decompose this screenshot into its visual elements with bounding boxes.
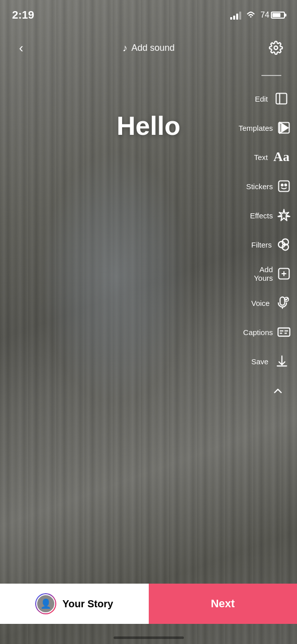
status-bar: 2:19 74 bbox=[0, 0, 297, 30]
collapse-button[interactable] bbox=[267, 380, 289, 402]
edit-icon bbox=[272, 89, 291, 108]
battery-indicator: 74 bbox=[260, 11, 285, 20]
status-time: 2:19 bbox=[12, 9, 34, 22]
tool-text[interactable]: Text Aa bbox=[249, 142, 293, 172]
tool-add-yours-label: Add Yours bbox=[251, 265, 273, 282]
right-toolbar: Edit Templates Text Aa Stickers bbox=[249, 73, 297, 402]
tool-filters-label: Filters bbox=[251, 240, 272, 249]
stickers-icon bbox=[277, 177, 291, 196]
svg-marker-5 bbox=[281, 125, 287, 131]
svg-rect-6 bbox=[279, 181, 289, 192]
svg-point-7 bbox=[281, 184, 283, 186]
signal-icon bbox=[230, 11, 241, 20]
next-button[interactable]: Next bbox=[149, 584, 298, 624]
text-icon: Aa bbox=[272, 147, 291, 167]
add-sound-label: Add sound bbox=[131, 43, 174, 53]
add-yours-icon bbox=[277, 264, 291, 283]
filters-icon bbox=[276, 235, 291, 254]
svg-rect-17 bbox=[278, 328, 289, 336]
tool-templates-label: Templates bbox=[239, 124, 273, 132]
tool-text-label: Text bbox=[254, 153, 268, 162]
svg-rect-1 bbox=[276, 94, 287, 104]
captions-icon bbox=[277, 323, 291, 342]
back-icon: ‹ bbox=[19, 40, 24, 56]
tool-save[interactable]: Save bbox=[249, 347, 293, 376]
music-note-icon: ♪ bbox=[122, 42, 127, 54]
tool-edit[interactable]: Edit bbox=[249, 84, 293, 113]
settings-button[interactable] bbox=[265, 37, 287, 59]
battery-icon bbox=[271, 12, 285, 19]
tool-templates[interactable]: Templates bbox=[249, 113, 293, 142]
bottom-bar: 👤 Your Story Next bbox=[0, 584, 297, 624]
save-icon bbox=[272, 352, 291, 371]
effects-icon bbox=[277, 206, 291, 225]
next-label: Next bbox=[211, 597, 235, 610]
tool-edit-label: Edit bbox=[255, 95, 268, 103]
add-sound-button[interactable]: ♪ Add sound bbox=[122, 42, 174, 54]
status-icons: 74 bbox=[230, 11, 285, 20]
back-button[interactable]: ‹ bbox=[10, 37, 32, 59]
svg-point-8 bbox=[285, 184, 287, 186]
tool-voice-label: Voice bbox=[251, 299, 270, 307]
home-indicator bbox=[114, 636, 184, 639]
tool-captions[interactable]: Captions bbox=[249, 317, 293, 347]
tool-effects[interactable]: Effects bbox=[249, 201, 293, 230]
tool-effects-label: Effects bbox=[250, 211, 273, 220]
your-story-button[interactable]: 👤 Your Story bbox=[0, 584, 149, 624]
avatar-image: 👤 bbox=[36, 594, 55, 613]
your-story-label: Your Story bbox=[62, 598, 113, 610]
tool-captions-label: Captions bbox=[243, 328, 273, 337]
tool-stickers[interactable]: Stickers bbox=[249, 172, 293, 201]
voice-icon bbox=[274, 293, 291, 312]
story-avatar: 👤 bbox=[35, 593, 56, 614]
templates-icon bbox=[277, 118, 291, 137]
tool-add-yours[interactable]: Add Yours bbox=[249, 259, 293, 288]
toolbar-divider bbox=[261, 75, 281, 76]
canvas-hello-text: Hello bbox=[117, 111, 180, 141]
chevron-up-icon bbox=[271, 384, 284, 397]
header: ‹ ♪ Add sound bbox=[0, 30, 297, 65]
tool-voice[interactable]: Voice bbox=[249, 288, 293, 317]
svg-point-0 bbox=[274, 46, 277, 50]
tool-stickers-label: Stickers bbox=[246, 182, 273, 191]
tool-save-label: Save bbox=[251, 357, 268, 366]
gear-icon bbox=[269, 41, 283, 55]
tool-filters[interactable]: Filters bbox=[249, 230, 293, 259]
battery-text: 74 bbox=[260, 11, 269, 20]
wifi-icon bbox=[245, 11, 256, 20]
